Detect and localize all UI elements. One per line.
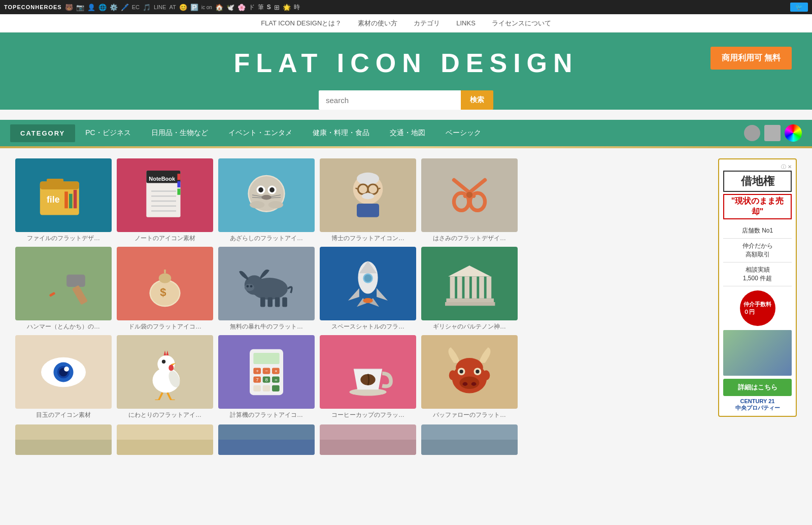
list-item[interactable]: + − × 7 8 = 計算機のフラットアイコ… — [218, 335, 315, 419]
topbar-icon-5: ⚙️ — [110, 4, 118, 11]
search-button[interactable]: 検索 — [461, 90, 493, 110]
topbar-icon-20: ⊞ — [274, 4, 280, 11]
list-item[interactable]: スペースシャトルのフラ… — [320, 247, 416, 331]
topbar-icon-4: 🌐 — [98, 4, 107, 11]
item-caption: ファイルのフラットデザ… — [15, 234, 112, 243]
svg-point-120 — [463, 382, 468, 385]
list-item[interactable]: 無料の暴れ牛のフラット… — [218, 247, 315, 331]
grid-row-2: ハンマー（とんかち）の… $ ドル袋のフラットアイコ… — [15, 247, 708, 331]
cat-item-basic[interactable]: ベーシック — [435, 123, 491, 143]
ad-subtitle: "現状のまま売却" — [723, 194, 792, 219]
nav-item-about[interactable]: FLAT ICON DESIGNとは？ — [261, 19, 342, 28]
cat-item-daily[interactable]: 日用品・生物など — [141, 123, 218, 143]
list-item[interactable]: ハンマー（とんかち）の… — [15, 247, 112, 331]
svg-rect-78 — [446, 298, 494, 302]
svg-rect-76 — [479, 276, 484, 298]
topbar-icon-7: EC — [132, 4, 140, 10]
main-content: file ファイルのフラットデザ… NoteBook — [0, 148, 812, 469]
list-item[interactable]: ギリシャのパルテノン神… — [421, 247, 518, 331]
svg-rect-46 — [72, 285, 88, 305]
item-caption: スペースシャトルのフラ… — [320, 322, 416, 331]
svg-text:=: = — [275, 377, 278, 382]
cat-item-pc[interactable]: PC・ビジネス — [75, 123, 141, 143]
ad-cta-button[interactable]: 詳細はこちら — [723, 379, 792, 396]
color-wheel[interactable] — [785, 124, 802, 142]
topbar-icon-13: ic on — [201, 5, 212, 10]
item-caption: はさみのフラットデザイ… — [421, 234, 518, 243]
item-caption: 無料の暴れ牛のフラット… — [218, 322, 315, 331]
grid-row-4 — [15, 424, 708, 455]
svg-text:+: + — [256, 368, 259, 374]
item-caption: バッファローのフラット… — [421, 411, 518, 419]
cta-button[interactable]: 商用利用可 無料 — [710, 47, 792, 70]
topbar: TOPECONHEROES 🐻 📷 👤 🌐 ⚙️ 🖊️ EC 🎵 LINE AT… — [0, 0, 812, 14]
svg-point-25 — [250, 201, 264, 209]
svg-rect-75 — [472, 276, 477, 298]
ad-row-1: 店舗数 No1 — [723, 223, 792, 239]
svg-line-93 — [159, 392, 162, 400]
cat-item-event[interactable]: イベント・エンタメ — [218, 123, 302, 143]
list-item[interactable]: バッファローのフラット… — [421, 335, 518, 419]
icon-grid: file ファイルのフラットデザ… NoteBook — [15, 158, 708, 459]
svg-point-127 — [483, 370, 490, 380]
list-item[interactable]: あざらしのフラットアイ… — [218, 158, 315, 243]
list-item[interactable]: NoteBook ノートのアイコン素材 — [117, 158, 213, 243]
topbar-icon-18: 筆 — [258, 3, 264, 12]
nav-item-license[interactable]: ライセンスについて — [492, 19, 551, 28]
cat-item-traffic[interactable]: 交通・地図 — [380, 123, 435, 143]
svg-rect-45 — [66, 274, 85, 286]
item-caption: ノートのアイコン素材 — [117, 234, 213, 243]
svg-rect-72 — [450, 276, 455, 298]
list-item[interactable]: $ ドル袋のフラットアイコ… — [117, 247, 213, 331]
svg-rect-6 — [74, 190, 77, 208]
svg-marker-71 — [448, 266, 491, 277]
list-item[interactable]: 目玉のアイコン素材 — [15, 335, 112, 419]
gray-square[interactable] — [764, 125, 781, 141]
svg-rect-47 — [49, 291, 55, 297]
cat-item-health[interactable]: 健康・料理・食品 — [302, 123, 380, 143]
svg-point-32 — [357, 172, 379, 184]
svg-rect-56 — [267, 297, 273, 307]
svg-rect-5 — [69, 193, 73, 208]
svg-text:NoteBook: NoteBook — [149, 175, 176, 181]
svg-rect-108 — [272, 385, 280, 391]
topbar-icon-2: 📷 — [76, 4, 84, 11]
gray-dot[interactable] — [744, 125, 760, 141]
item-caption: 博士のフラットアイコン… — [320, 234, 416, 243]
item-caption: にわとりのフラットアイ… — [117, 411, 213, 419]
svg-rect-107 — [263, 385, 270, 391]
list-item[interactable] — [218, 424, 315, 455]
svg-marker-87 — [164, 350, 166, 355]
list-item[interactable]: にわとりのフラットアイ… — [117, 335, 213, 419]
item-caption: コーヒーカップのフラッ… — [320, 411, 416, 419]
list-item[interactable]: 博士のフラットアイコン… — [320, 158, 416, 243]
svg-point-70 — [363, 298, 373, 303]
ad-sidebar: ⓘ ✕ 借地権 "現状のまま売却" 店舗数 No1 仲介だから 高額取引 相談実… — [718, 158, 797, 459]
svg-rect-106 — [253, 385, 261, 391]
ad-brand: CENTURY 21 中央プロパティー — [723, 398, 792, 412]
svg-marker-65 — [377, 288, 388, 300]
nav-item-usage[interactable]: 素材の使い方 — [358, 19, 397, 28]
category-active[interactable]: CATEGORY — [10, 124, 75, 142]
list-item[interactable]: はさみのフラットデザイ… — [421, 158, 518, 243]
list-item[interactable] — [421, 424, 518, 455]
list-item[interactable] — [117, 424, 213, 455]
category-bar: CATEGORY PC・ビジネス 日用品・生物など イベント・エンタメ 健康・料… — [0, 120, 812, 146]
search-row: 検索 — [10, 90, 802, 110]
list-item[interactable] — [15, 424, 112, 455]
svg-marker-64 — [348, 288, 359, 300]
item-caption: ギリシャのパルテノン神… — [421, 322, 518, 331]
list-item[interactable]: コーヒーカップのフラッ… — [320, 335, 416, 419]
svg-point-125 — [476, 370, 479, 373]
list-item[interactable]: file ファイルのフラットデザ… — [15, 158, 112, 243]
nav-item-links[interactable]: LINKS — [456, 19, 476, 27]
search-input[interactable] — [319, 90, 461, 110]
svg-point-24 — [261, 194, 272, 200]
item-caption: 計算機のフラットアイコ… — [218, 411, 315, 419]
list-item[interactable] — [320, 424, 416, 455]
twitter-button[interactable]: 🐦 — [790, 3, 808, 12]
svg-rect-77 — [487, 276, 492, 298]
nav-item-category[interactable]: カテゴリ — [414, 19, 440, 28]
svg-point-123 — [459, 370, 463, 373]
topbar-icon-16: 🌸 — [238, 4, 246, 11]
